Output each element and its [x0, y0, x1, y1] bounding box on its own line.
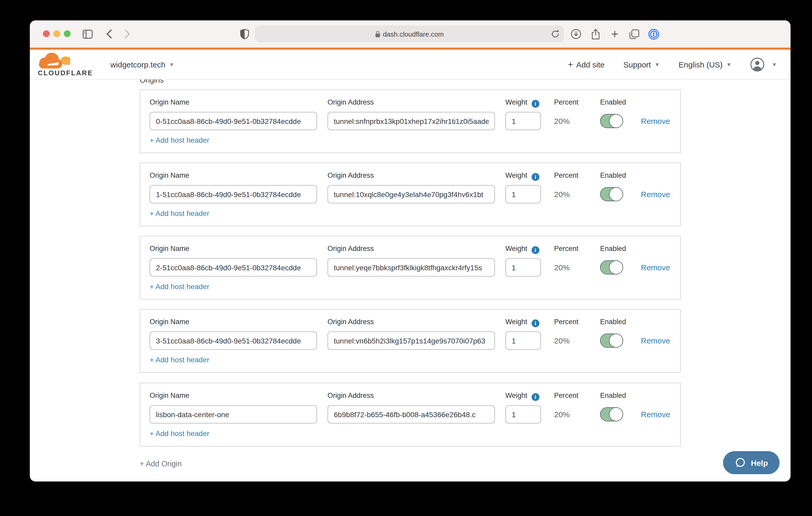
toggle-knob — [609, 407, 623, 421]
origin-address-label: Origin Address — [327, 318, 374, 326]
enabled-toggle[interactable] — [600, 187, 623, 201]
cloudflare-wordmark: CLOUDFLARE — [38, 69, 93, 77]
site-header: CLOUDFLARE widgetcorp.tech ▼ + Add site … — [30, 50, 790, 80]
chevron-down-icon: ▼ — [655, 62, 660, 67]
add-host-header-link[interactable]: + Add host header — [150, 282, 209, 291]
enabled-toggle[interactable] — [600, 407, 623, 421]
weight-label: Weighti — [505, 245, 540, 254]
enabled-label: Enabled — [600, 392, 626, 399]
origins-section: Origins Origin Name Origin Address Weigh… — [30, 80, 790, 482]
origin-name-input[interactable] — [150, 331, 317, 350]
percent-value: 20% — [554, 410, 570, 419]
enabled-label: Enabled — [600, 98, 626, 106]
add-site-button[interactable]: + Add site — [568, 59, 605, 70]
traffic-minimize-button[interactable] — [53, 30, 60, 37]
toggle-knob — [609, 114, 623, 128]
zone-selector[interactable]: widgetcorp.tech ▼ — [110, 50, 174, 80]
enabled-toggle[interactable] — [600, 260, 623, 274]
origin-card: Origin Name Origin Address Weighti Perce… — [140, 383, 681, 447]
cloudflare-logo[interactable]: CLOUDFLARE — [38, 52, 93, 77]
remove-origin-link[interactable]: Remove — [641, 117, 670, 125]
plus-icon: + — [568, 59, 573, 70]
enabled-toggle[interactable] — [600, 334, 623, 348]
info-icon[interactable]: i — [531, 393, 540, 401]
forward-icon[interactable] — [121, 20, 133, 48]
info-icon[interactable]: i — [531, 173, 540, 181]
origin-name-input[interactable] — [150, 258, 317, 277]
info-icon[interactable]: i — [531, 246, 540, 254]
sidebar-icon[interactable] — [81, 20, 94, 48]
info-icon[interactable]: i — [531, 100, 540, 108]
chevron-down-icon: ▼ — [726, 62, 731, 67]
traffic-close-button[interactable] — [43, 30, 50, 37]
toggle-knob — [609, 260, 623, 274]
origin-card: Origin Name Origin Address Weighti Perce… — [140, 89, 681, 153]
percent-value: 20% — [554, 117, 570, 125]
weight-label: Weighti — [505, 98, 540, 108]
add-host-header-link[interactable]: + Add host header — [150, 429, 209, 437]
onepassword-icon[interactable] — [646, 20, 661, 48]
remove-origin-link[interactable]: Remove — [641, 263, 670, 272]
weight-input[interactable] — [505, 185, 541, 203]
weight-input[interactable] — [505, 405, 541, 423]
download-icon[interactable] — [569, 20, 583, 48]
add-host-header-link[interactable]: + Add host header — [150, 356, 209, 364]
info-icon[interactable]: i — [531, 320, 540, 327]
screen: dash.cloudflare.com + — [0, 0, 812, 516]
percent-value: 20% — [554, 190, 570, 199]
tab-overview-icon[interactable] — [627, 20, 641, 48]
origin-address-label: Origin Address — [327, 392, 374, 399]
origin-address-input[interactable] — [327, 258, 495, 277]
origin-address-label: Origin Address — [327, 98, 374, 106]
enabled-label: Enabled — [600, 245, 626, 252]
weight-input[interactable] — [505, 331, 541, 350]
add-host-header-link[interactable]: + Add host header — [150, 136, 209, 144]
origin-name-input[interactable] — [150, 185, 317, 203]
section-title: Origins — [140, 80, 164, 84]
percent-label: Percent — [554, 172, 578, 179]
percent-label: Percent — [554, 245, 578, 252]
weight-label: Weighti — [505, 392, 540, 401]
origin-address-input[interactable] — [327, 331, 495, 350]
new-tab-plus-icon[interactable]: + — [607, 20, 622, 48]
origin-name-label: Origin Name — [150, 172, 190, 179]
support-menu[interactable]: Support ▼ — [624, 60, 660, 69]
enabled-toggle[interactable] — [600, 114, 623, 128]
remove-origin-link[interactable]: Remove — [641, 190, 670, 199]
help-button[interactable]: Help — [723, 451, 780, 474]
shield-extension-icon[interactable] — [238, 20, 251, 48]
chevron-down-icon: ▼ — [772, 62, 777, 67]
traffic-zoom-button[interactable] — [64, 30, 70, 37]
browser-toolbar: dash.cloudflare.com + — [30, 20, 790, 48]
reload-icon[interactable] — [551, 29, 559, 38]
origin-address-input[interactable] — [327, 112, 495, 130]
back-icon[interactable] — [103, 20, 115, 48]
percent-label: Percent — [554, 392, 578, 399]
add-host-header-link[interactable]: + Add host header — [150, 209, 209, 217]
origin-name-input[interactable] — [150, 112, 317, 130]
toggle-knob — [609, 187, 623, 201]
chevron-down-icon: ▼ — [169, 62, 174, 67]
origin-name-input[interactable] — [150, 405, 317, 423]
share-icon[interactable] — [588, 20, 603, 48]
remove-origin-link[interactable]: Remove — [641, 336, 670, 345]
remove-origin-link[interactable]: Remove — [641, 410, 670, 419]
url-bar[interactable]: dash.cloudflare.com — [255, 26, 564, 42]
percent-label: Percent — [554, 318, 578, 326]
add-origin-button[interactable]: + Add Origin — [140, 459, 181, 468]
cloudflare-cloud-icon — [38, 52, 70, 70]
language-menu[interactable]: English (US) ▼ — [678, 60, 731, 69]
percent-value: 20% — [554, 336, 570, 345]
origin-address-input[interactable] — [327, 405, 495, 423]
origin-name-label: Origin Name — [150, 98, 190, 106]
chat-bubble-icon — [734, 457, 746, 468]
origin-card: Origin Name Origin Address Weighti Perce… — [140, 162, 681, 226]
weight-label: Weighti — [505, 172, 540, 181]
account-menu[interactable]: ▼ — [750, 58, 777, 72]
origin-address-input[interactable] — [327, 185, 495, 203]
weight-input[interactable] — [505, 258, 541, 277]
toggle-knob — [609, 333, 623, 347]
origin-name-label: Origin Name — [150, 392, 190, 399]
weight-input[interactable] — [505, 112, 541, 130]
origin-name-label: Origin Name — [150, 318, 190, 326]
